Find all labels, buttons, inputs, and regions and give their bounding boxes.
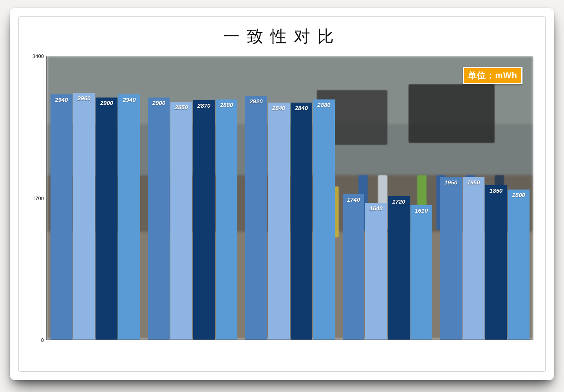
bar-group: 1950195018501800倍量 <box>436 56 533 340</box>
bar: 2900 <box>148 98 170 340</box>
y-axis-tick: 0 <box>27 337 44 343</box>
bar: 1720 <box>388 196 410 340</box>
window-card: 一致性对比 017003400 <box>10 8 554 380</box>
bar: 2940 <box>51 94 72 340</box>
bar: 1800 <box>508 190 530 340</box>
bar-cluster: 1950195018501800 <box>440 56 530 340</box>
bar-value-label: 2960 <box>78 95 90 101</box>
y-axis-tick: 3400 <box>27 53 44 59</box>
bar-value-label: 2920 <box>249 98 262 105</box>
chart-card: 一致性对比 017003400 <box>18 16 546 372</box>
y-axis-tick: 1700 <box>27 195 44 201</box>
bar: 1610 <box>410 205 432 340</box>
bar-value-label: 1950 <box>444 179 457 186</box>
bar-value-label: 1610 <box>415 207 428 214</box>
bar-value-label: 2940 <box>123 96 136 103</box>
bar-value-label: 2880 <box>220 101 233 108</box>
bar-value-label: 2900 <box>100 99 113 106</box>
plot-area: 单位：mWh 2940296029002940南孚290028502870288… <box>46 56 533 340</box>
chart-title: 一致性对比 <box>19 25 545 47</box>
bar-value-label: 2880 <box>317 101 330 108</box>
bar: 1950 <box>463 177 484 340</box>
bar: 2960 <box>73 93 95 340</box>
bar-value-label: 1800 <box>512 191 525 198</box>
bar: 2870 <box>193 100 215 340</box>
bar-value-label: 1850 <box>490 187 503 194</box>
bar-value-label: 2850 <box>175 104 188 110</box>
bar-value-label: 1740 <box>347 196 360 203</box>
bar-group: 2920284028402880京造 <box>241 56 339 340</box>
chart-plot: 017003400 单位：mWh 294029602 <box>46 56 533 340</box>
bar: 2920 <box>245 96 267 340</box>
bar: 2880 <box>216 99 238 340</box>
bar-value-label: 2900 <box>152 99 165 106</box>
bar-value-label: 2840 <box>272 105 285 111</box>
bar: 1640 <box>365 203 387 340</box>
bar-value-label: 2940 <box>55 96 68 103</box>
bar: 2850 <box>170 102 192 340</box>
bar-groups: 2940296029002940南孚2900285028702880品胜2920… <box>47 56 533 340</box>
bar-value-label: 1950 <box>467 179 480 186</box>
bar-value-label: 1640 <box>370 205 383 211</box>
bar: 1950 <box>440 177 462 340</box>
bar: 2940 <box>118 94 140 340</box>
bar-group: 2940296029002940南孚 <box>47 56 144 340</box>
bar-group: 2900285028702880品胜 <box>144 56 242 340</box>
bar: 2840 <box>291 103 313 340</box>
bar: 2840 <box>268 103 290 340</box>
bar: 2900 <box>96 98 118 340</box>
bar-group: 1740164017201610德力普 <box>339 56 436 340</box>
bar-value-label: 2870 <box>197 102 210 109</box>
bar-value-label: 1720 <box>392 198 405 205</box>
bar-value-label: 2840 <box>295 105 308 111</box>
bar-cluster: 1740164017201610 <box>343 56 432 340</box>
bar: 1740 <box>343 194 365 340</box>
bar: 1850 <box>485 185 507 340</box>
bar-cluster: 2900285028702880 <box>148 56 238 340</box>
bar-cluster: 2920284028402880 <box>245 56 335 340</box>
bar-cluster: 2940296029002940 <box>51 56 140 340</box>
bar: 2880 <box>313 99 335 340</box>
